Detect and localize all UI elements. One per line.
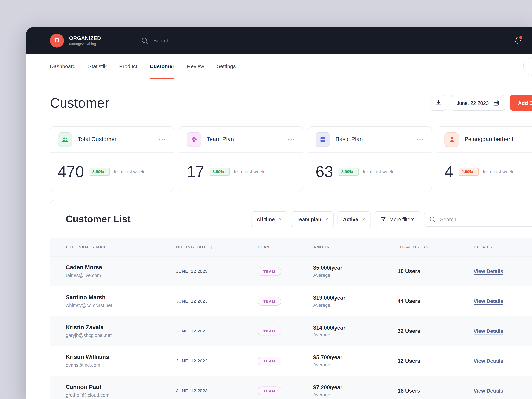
stat-card-basic-plan: Basic Plan ··· 63 3.90%↑ from last week bbox=[308, 126, 432, 191]
stat-card-head: Pelanggan berhenti ··· bbox=[437, 127, 532, 153]
customer-name-cell: Kristin Zavala garyjb@sbcglobal.net bbox=[66, 324, 176, 338]
total-users: 32 Users bbox=[398, 328, 474, 334]
table-header: FULL NAME - MAIL BILLING DATE↑↓ PLAN AMO… bbox=[50, 238, 532, 256]
trend-badge: 3.90%↑ bbox=[339, 168, 359, 176]
trend-badge: 2.90%↓ bbox=[459, 168, 479, 176]
sort-button[interactable]: ↑↓ bbox=[209, 245, 212, 249]
table-row: Kristin Williams evans@me.com JUNE, 12 2… bbox=[50, 346, 532, 376]
stat-card-body: 470 3.90%↑ from last week bbox=[50, 153, 174, 191]
view-details-link[interactable]: View Details bbox=[474, 328, 503, 334]
customer-email: garyjb@sbcglobal.net bbox=[66, 332, 176, 338]
close-icon[interactable]: × bbox=[362, 216, 365, 222]
table-body: Caden Morse raines@live.com JUNE, 12 202… bbox=[50, 256, 532, 399]
stat-card-churned-customers: Pelanggan berhenti ··· 4 2.90%↓ from las… bbox=[437, 126, 532, 191]
plan-badge: TEAM bbox=[258, 356, 281, 365]
plan-cell: TEAM bbox=[258, 386, 313, 395]
view-details-link[interactable]: View Details bbox=[474, 358, 503, 364]
amount-cell: $19.000/year Average bbox=[313, 295, 398, 308]
details-cell: View Details bbox=[474, 358, 532, 364]
amount-value: $7.200/year bbox=[313, 384, 398, 390]
tab-customer[interactable]: Customer bbox=[150, 54, 174, 79]
filter-chip-team-plan[interactable]: Team plan × bbox=[291, 211, 334, 227]
tab-product[interactable]: Product bbox=[119, 54, 137, 79]
plan-badge: TEAM bbox=[258, 386, 281, 395]
view-details-link[interactable]: View Details bbox=[474, 268, 503, 274]
trend-badge: 3.90%↑ bbox=[210, 168, 230, 176]
details-cell: View Details bbox=[474, 328, 532, 334]
amount-value: $19.000/year bbox=[313, 295, 398, 301]
nav-edge-button[interactable] bbox=[523, 57, 532, 76]
brand-tagline: ManageAnything bbox=[69, 42, 113, 45]
filter-icon bbox=[380, 216, 386, 222]
stat-value: 63 bbox=[316, 163, 333, 181]
customer-email: grothoff@icloud.com bbox=[66, 392, 176, 398]
more-filters-button[interactable]: More filters bbox=[374, 211, 420, 227]
amount-note: Average bbox=[313, 273, 398, 278]
stat-title: Basic Plan bbox=[336, 136, 363, 143]
search-icon bbox=[141, 37, 148, 44]
team-plan-icon bbox=[187, 132, 201, 147]
arrow-down-icon: ↓ bbox=[474, 169, 476, 174]
card-menu-button[interactable]: ··· bbox=[417, 136, 424, 143]
date-picker-button[interactable]: June, 22 2023 bbox=[451, 95, 505, 111]
close-icon[interactable]: × bbox=[325, 216, 328, 222]
amount-value: $14.000/year bbox=[313, 324, 398, 331]
filter-chip-all-time[interactable]: All time × bbox=[251, 211, 287, 227]
tab-dashboard[interactable]: Dashboard bbox=[50, 54, 76, 79]
details-cell: View Details bbox=[474, 388, 532, 394]
billing-date: JUNE, 12 2023 bbox=[176, 358, 258, 363]
stat-value: 470 bbox=[58, 163, 84, 181]
close-icon[interactable]: × bbox=[279, 216, 282, 222]
tab-settings[interactable]: Settings bbox=[217, 54, 236, 79]
customer-email: evans@me.com bbox=[66, 362, 176, 368]
plan-badge: TEAM bbox=[258, 297, 281, 306]
table-search-input[interactable] bbox=[439, 216, 529, 222]
global-search-input[interactable] bbox=[153, 37, 296, 44]
page-actions: June, 22 2023 Add Customer bbox=[431, 95, 532, 111]
customer-name-cell: Santino Marsh whimsy@comcast.net bbox=[66, 294, 176, 308]
column-header-billing[interactable]: BILLING DATE↑↓ bbox=[176, 245, 258, 249]
notifications-button[interactable] bbox=[513, 35, 523, 45]
customer-name: Kristin Zavala bbox=[66, 324, 176, 331]
details-cell: View Details bbox=[474, 268, 532, 274]
plan-cell: TEAM bbox=[258, 297, 313, 306]
total-users: 44 Users bbox=[398, 298, 474, 304]
table-search[interactable]: ⌘ bbox=[424, 212, 532, 227]
app-window: O ORGANIZED ManageAnything Dashboard Sta… bbox=[26, 27, 532, 399]
customer-name-cell: Cannon Paul grothoff@icloud.com bbox=[66, 384, 176, 398]
card-menu-button[interactable]: ··· bbox=[159, 136, 166, 143]
stat-card-body: 17 3.90%↑ from last week bbox=[179, 153, 303, 191]
download-button[interactable] bbox=[431, 95, 446, 111]
stat-card-head: Team Plan ··· bbox=[179, 127, 303, 153]
notification-dot bbox=[518, 35, 523, 40]
column-header-amount: AMOUNT bbox=[313, 245, 398, 249]
amount-note: Average bbox=[313, 392, 398, 397]
view-details-link[interactable]: View Details bbox=[474, 298, 503, 304]
column-header-plan: PLAN bbox=[258, 245, 313, 249]
view-details-link[interactable]: View Details bbox=[474, 388, 503, 393]
table-row: Kristin Zavala garyjb@sbcglobal.net JUNE… bbox=[50, 316, 532, 346]
page-header: Customer June, 22 2023 Add Customer bbox=[50, 95, 532, 111]
billing-date: JUNE, 12 2023 bbox=[176, 298, 258, 304]
tab-review[interactable]: Review bbox=[187, 54, 204, 79]
basic-plan-icon bbox=[316, 132, 330, 147]
amount-note: Average bbox=[313, 302, 398, 308]
plan-badge: TEAM bbox=[258, 267, 281, 276]
global-search[interactable] bbox=[141, 37, 513, 44]
column-header-users: TOTAL USERS bbox=[398, 245, 474, 249]
add-customer-button[interactable]: Add Customer bbox=[510, 95, 532, 111]
filter-chip-active[interactable]: Active × bbox=[337, 211, 371, 227]
customer-name: Santino Marsh bbox=[66, 294, 176, 301]
tab-statistik[interactable]: Statistik bbox=[88, 54, 107, 79]
customer-list-card: Customer List All time × Team plan × Act… bbox=[50, 200, 532, 399]
column-header-details: DETAILS bbox=[474, 245, 532, 249]
stat-title: Team Plan bbox=[207, 136, 234, 143]
table-row: Santino Marsh whimsy@comcast.net JUNE, 1… bbox=[50, 286, 532, 316]
card-menu-button[interactable]: ··· bbox=[288, 136, 295, 143]
brand-logo-letter: O bbox=[54, 37, 59, 44]
arrow-up-icon: ↑ bbox=[105, 169, 107, 174]
plan-cell: TEAM bbox=[258, 267, 313, 276]
customer-name-cell: Kristin Williams evans@me.com bbox=[66, 354, 176, 368]
calendar-icon bbox=[493, 100, 500, 106]
total-users: 10 Users bbox=[398, 268, 474, 274]
